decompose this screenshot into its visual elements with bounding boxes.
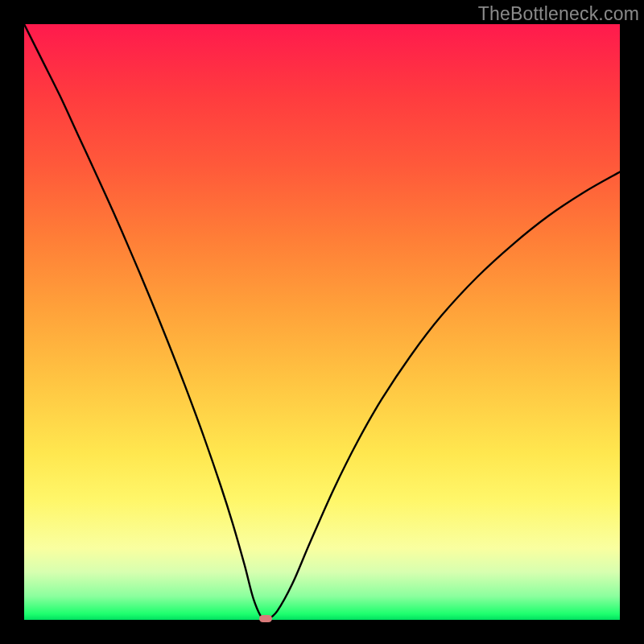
plot-area (24, 24, 620, 620)
optimum-marker (259, 615, 272, 622)
chart-frame: TheBottleneck.com (0, 0, 644, 644)
bottleneck-curve (24, 24, 620, 620)
watermark-text: TheBottleneck.com (478, 3, 639, 25)
